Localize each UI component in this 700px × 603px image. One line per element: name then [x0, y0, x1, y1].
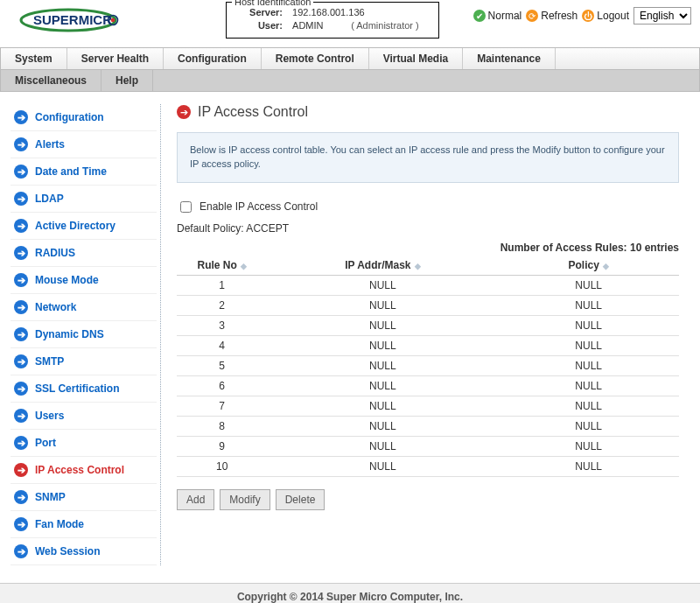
arrow-right-icon: ➔ — [14, 110, 28, 124]
server-ip: 192.168.001.136 — [292, 7, 365, 18]
page-title-icon: ➔ — [177, 105, 191, 119]
svg-point-3 — [111, 18, 116, 23]
arrow-right-icon: ➔ — [14, 463, 28, 477]
refresh-link[interactable]: Refresh — [541, 10, 578, 22]
sidebar-item-label: Web Session — [35, 545, 100, 557]
sidebar-item-users[interactable]: ➔Users — [10, 403, 157, 430]
menu-virtual-media[interactable]: Virtual Media — [369, 48, 463, 69]
sidebar-item-radius[interactable]: ➔RADIUS — [10, 240, 157, 267]
sidebar-item-web-session[interactable]: ➔Web Session — [10, 538, 157, 565]
table-row[interactable]: 2NULLNULL — [177, 295, 679, 315]
cell-policy: NULL — [498, 375, 679, 396]
cell-policy: NULL — [498, 275, 679, 295]
arrow-right-icon: ➔ — [14, 192, 28, 206]
cell-no: 10 — [177, 456, 267, 476]
cell-policy: NULL — [498, 335, 679, 355]
add-button[interactable]: Add — [177, 489, 214, 510]
cell-ip: NULL — [267, 456, 498, 476]
cell-no: 4 — [177, 335, 267, 355]
sub-menu: Miscellaneous Help — [0, 70, 700, 92]
cell-no: 7 — [177, 396, 267, 416]
logout-icon[interactable]: ⏻ — [582, 10, 594, 22]
sidebar-item-label: Mouse Mode — [35, 274, 99, 286]
table-row[interactable]: 8NULLNULL — [177, 416, 679, 436]
cell-no: 1 — [177, 275, 267, 295]
table-row[interactable]: 9NULLNULL — [177, 436, 679, 456]
sidebar-item-active-directory[interactable]: ➔Active Directory — [10, 213, 157, 240]
cell-ip: NULL — [267, 355, 498, 375]
sort-icon: ◆ — [603, 262, 609, 270]
table-row[interactable]: 1NULLNULL — [177, 275, 679, 295]
sidebar-item-date-and-time[interactable]: ➔Date and Time — [10, 158, 157, 186]
modify-button[interactable]: Modify — [220, 489, 270, 510]
delete-button[interactable]: Delete — [276, 489, 326, 510]
sidebar-item-label: Alerts — [35, 138, 65, 151]
cell-no: 5 — [177, 355, 267, 375]
server-label: Server: — [235, 6, 283, 19]
table-row[interactable]: 7NULLNULL — [177, 396, 679, 416]
col-policy[interactable]: Policy◆ — [498, 256, 679, 276]
cell-no: 3 — [177, 315, 267, 335]
cell-policy: NULL — [498, 396, 679, 416]
sidebar-item-label: Port — [35, 437, 56, 449]
status-ok-icon: ✔ — [473, 10, 486, 22]
sidebar-item-label: LDAP — [35, 193, 64, 205]
sidebar-item-snmp[interactable]: ➔SNMP — [10, 484, 157, 511]
cell-ip: NULL — [267, 375, 498, 396]
sidebar-item-label: Active Directory — [35, 220, 116, 232]
cell-ip: NULL — [267, 396, 498, 416]
sidebar-item-configuration[interactable]: ➔Configuration — [10, 104, 157, 131]
arrow-right-icon: ➔ — [14, 246, 28, 260]
menu-miscellaneous[interactable]: Miscellaneous — [1, 70, 102, 91]
cell-no: 2 — [177, 295, 267, 315]
sidebar-item-network[interactable]: ➔Network — [10, 294, 157, 321]
table-row[interactable]: 3NULLNULL — [177, 315, 679, 335]
table-row[interactable]: 4NULLNULL — [177, 335, 679, 355]
sidebar-item-label: SMTP — [35, 355, 64, 368]
table-row[interactable]: 5NULLNULL — [177, 355, 679, 375]
menu-configuration[interactable]: Configuration — [164, 48, 262, 69]
cell-policy: NULL — [498, 456, 679, 476]
table-row[interactable]: 10NULLNULL — [177, 456, 679, 476]
menu-system[interactable]: System — [1, 48, 67, 69]
arrow-right-icon: ➔ — [14, 490, 28, 504]
table-row[interactable]: 6NULLNULL — [177, 375, 679, 396]
sidebar-item-smtp[interactable]: ➔SMTP — [10, 348, 157, 375]
rules-table: Rule No◆ IP Addr/Mask◆ Policy◆ 1NULLNULL… — [177, 256, 679, 477]
refresh-icon[interactable]: ⟳ — [526, 10, 538, 22]
col-ip-mask[interactable]: IP Addr/Mask◆ — [267, 256, 498, 276]
cell-no: 6 — [177, 375, 267, 396]
user-role: ( Administrator ) — [351, 20, 419, 31]
sidebar-item-alerts[interactable]: ➔Alerts — [10, 131, 157, 158]
sidebar-item-port[interactable]: ➔Port — [10, 430, 157, 457]
sidebar-item-ssl-certification[interactable]: ➔SSL Certification — [10, 375, 157, 403]
sort-icon: ◆ — [241, 262, 247, 270]
sidebar-item-dynamic-dns[interactable]: ➔Dynamic DNS — [10, 321, 157, 348]
col-rule-no[interactable]: Rule No◆ — [177, 256, 267, 276]
sidebar-item-label: SNMP — [35, 491, 66, 503]
page-title-text: IP Access Control — [198, 104, 308, 120]
sidebar-item-ldap[interactable]: ➔LDAP — [10, 186, 157, 213]
menu-help[interactable]: Help — [102, 70, 153, 91]
logout-link[interactable]: Logout — [597, 10, 629, 22]
cell-ip: NULL — [267, 275, 498, 295]
arrow-right-icon: ➔ — [14, 517, 28, 531]
rules-counter: Number of Access Rules: 10 entries — [177, 242, 679, 254]
page-title: ➔ IP Access Control — [177, 104, 679, 120]
user-label: User: — [235, 19, 283, 32]
sidebar-item-ip-access-control[interactable]: ➔IP Access Control — [10, 457, 157, 484]
default-policy: Default Policy: ACCEPT — [177, 222, 679, 235]
arrow-right-icon: ➔ — [14, 165, 28, 179]
menu-server-health[interactable]: Server Health — [67, 48, 164, 69]
sidebar-item-fan-mode[interactable]: ➔Fan Mode — [10, 511, 157, 538]
status-text: Normal — [488, 10, 522, 22]
cell-policy: NULL — [498, 295, 679, 315]
menu-remote-control[interactable]: Remote Control — [262, 48, 369, 69]
sidebar-item-label: Date and Time — [35, 165, 107, 178]
menu-maintenance[interactable]: Maintenance — [463, 48, 556, 69]
enable-label: Enable IP Access Control — [200, 200, 318, 213]
sidebar-item-mouse-mode[interactable]: ➔Mouse Mode — [10, 267, 157, 294]
language-select[interactable]: English — [634, 7, 691, 25]
cell-no: 9 — [177, 436, 267, 456]
enable-ip-access-checkbox[interactable] — [180, 201, 192, 213]
